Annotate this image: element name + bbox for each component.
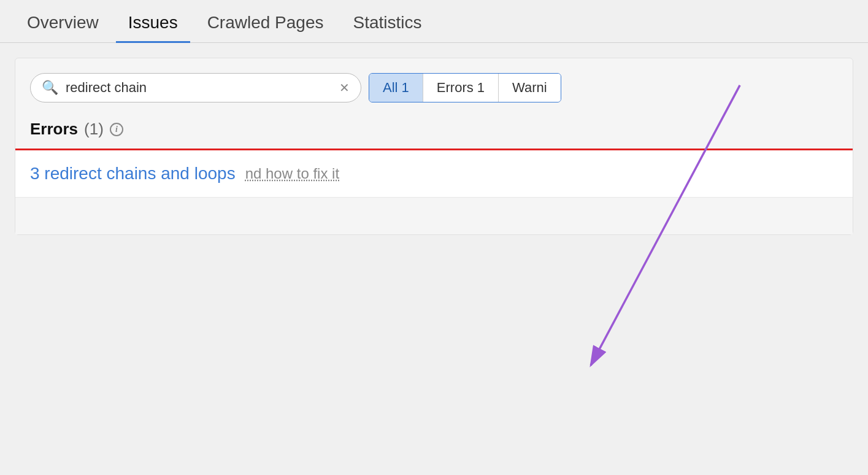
tab-overview[interactable]: Overview (15, 4, 111, 43)
search-input[interactable] (66, 80, 332, 96)
filter-buttons: All 1 Errors 1 Warni (369, 73, 561, 102)
tab-bar: Overview Issues Crawled Pages Statistics (0, 0, 868, 43)
filter-errors[interactable]: Errors 1 (423, 74, 499, 102)
search-box[interactable]: 🔍 ✕ (30, 73, 361, 102)
tab-issues[interactable]: Issues (116, 4, 190, 43)
result-row: 3 redirect chains and loops nd how to fi… (15, 150, 853, 198)
result-link[interactable]: 3 redirect chains and loops (30, 164, 236, 183)
result-fix-text: nd how to fix it (245, 165, 339, 182)
section-header: Errors (1) i (30, 120, 838, 149)
section-title-text: Errors (30, 120, 78, 139)
filter-all-count: 1 (402, 80, 409, 95)
tab-statistics[interactable]: Statistics (341, 4, 434, 43)
filter-errors-count: 1 (477, 80, 485, 95)
filter-warnings[interactable]: Warni (499, 74, 561, 102)
filter-all-label: All (383, 80, 398, 95)
section-count: (1) (84, 120, 104, 139)
search-filter-row: 🔍 ✕ All 1 Errors 1 Warni (30, 73, 838, 102)
filter-all[interactable]: All 1 (369, 74, 423, 102)
info-icon[interactable]: i (110, 123, 123, 136)
bottom-spacer (15, 198, 853, 234)
clear-icon[interactable]: ✕ (339, 80, 350, 95)
filter-warnings-label: Warni (512, 80, 547, 95)
tab-crawled-pages[interactable]: Crawled Pages (195, 4, 336, 43)
content-card: 🔍 ✕ All 1 Errors 1 Warni Errors (1) (15, 58, 853, 235)
search-icon: 🔍 (42, 80, 58, 96)
filter-errors-label: Errors (437, 80, 474, 95)
main-content: 🔍 ✕ All 1 Errors 1 Warni Errors (1) (0, 43, 868, 250)
section-title: Errors (1) i (30, 120, 838, 139)
